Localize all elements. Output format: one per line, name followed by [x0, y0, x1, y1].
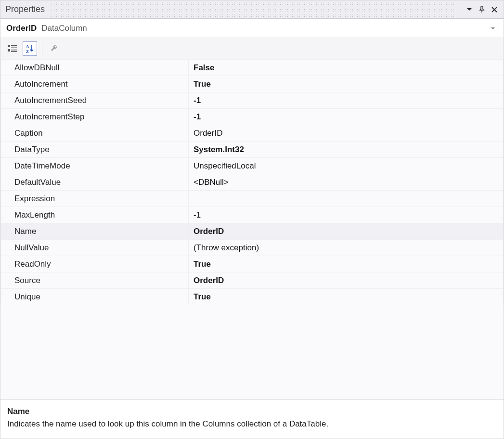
property-row[interactable]: NameOrderID: [1, 223, 504, 240]
panel-title: Properties: [5, 4, 45, 14]
property-row[interactable]: AllowDBNullFalse: [1, 60, 504, 76]
object-type: DataColumn: [41, 24, 87, 33]
properties-toolbar: A Z: [0, 38, 504, 59]
property-name: NullValue: [1, 240, 189, 256]
property-name: AutoIncrement: [1, 76, 189, 92]
property-value[interactable]: <DBNull>: [189, 174, 504, 191]
alphabetical-icon: A Z: [25, 44, 35, 53]
property-row[interactable]: DefaultValue<DBNull>: [1, 174, 504, 191]
property-row[interactable]: AutoIncrementTrue: [1, 76, 504, 92]
object-dropdown-button[interactable]: [488, 24, 498, 33]
property-name: DateTimeMode: [1, 158, 189, 174]
property-row[interactable]: DateTimeModeUnspecifiedLocal: [1, 158, 504, 174]
property-name: DataType: [1, 142, 189, 158]
property-value[interactable]: UnspecifiedLocal: [189, 158, 504, 174]
property-value[interactable]: False: [189, 60, 504, 76]
property-pages-button[interactable]: [47, 41, 62, 56]
property-value[interactable]: (Throw exception): [189, 240, 504, 256]
svg-rect-2: [11, 47, 17, 48]
property-value[interactable]: [189, 191, 504, 207]
alphabetical-button[interactable]: A Z: [23, 41, 37, 56]
property-row[interactable]: UniqueTrue: [1, 289, 504, 305]
property-name: AutoIncrementStep: [1, 109, 189, 125]
property-value[interactable]: OrderID: [189, 272, 504, 289]
property-row[interactable]: AutoIncrementSeed-1: [1, 92, 504, 109]
property-name: MaxLength: [1, 207, 189, 223]
categorized-icon: [8, 44, 17, 53]
svg-rect-3: [8, 49, 10, 52]
property-row[interactable]: Expression: [1, 191, 504, 207]
svg-rect-5: [11, 51, 17, 52]
property-name: AutoIncrementSeed: [1, 92, 189, 109]
panel-titlebar: Properties: [0, 0, 504, 19]
pin-icon: [478, 6, 485, 13]
property-value[interactable]: -1: [189, 109, 504, 125]
close-icon: [491, 6, 498, 13]
description-panel: Name Indicates the name used to look up …: [0, 400, 504, 439]
wrench-icon: [50, 44, 59, 53]
chevron-down-icon: [491, 26, 495, 31]
property-row[interactable]: ReadOnlyTrue: [1, 256, 504, 272]
property-name: Name: [1, 223, 189, 240]
svg-text:Z: Z: [26, 49, 29, 53]
description-name: Name: [7, 407, 497, 416]
property-value[interactable]: True: [189, 256, 504, 272]
object-header: OrderID DataColumn: [0, 19, 504, 38]
property-value[interactable]: True: [189, 289, 504, 305]
svg-text:A: A: [26, 44, 29, 49]
property-row[interactable]: AutoIncrementStep-1: [1, 109, 504, 125]
property-name: Unique: [1, 289, 189, 305]
object-name: OrderID: [6, 24, 37, 33]
property-name: ReadOnly: [1, 256, 189, 272]
property-name: DefaultValue: [1, 174, 189, 191]
property-grid[interactable]: AllowDBNullFalseAutoIncrementTrueAutoInc…: [0, 59, 504, 400]
property-row[interactable]: SourceOrderID: [1, 272, 504, 289]
pin-button[interactable]: [476, 3, 488, 16]
property-name: Caption: [1, 125, 189, 142]
property-row[interactable]: DataTypeSystem.Int32: [1, 142, 504, 158]
chevron-down-icon: [466, 7, 472, 13]
property-name: Source: [1, 272, 189, 289]
property-name: AllowDBNull: [1, 60, 189, 76]
property-value[interactable]: True: [189, 76, 504, 92]
window-options-button[interactable]: [463, 3, 476, 16]
description-text: Indicates the name used to look up this …: [7, 419, 497, 429]
titlebar-grip[interactable]: [51, 0, 456, 18]
property-row[interactable]: MaxLength-1: [1, 207, 504, 223]
close-button[interactable]: [488, 3, 501, 16]
property-row[interactable]: NullValue(Throw exception): [1, 240, 504, 256]
categorized-button[interactable]: [5, 41, 20, 56]
property-value[interactable]: OrderID: [189, 223, 504, 240]
property-value[interactable]: System.Int32: [189, 142, 504, 158]
svg-rect-4: [11, 50, 17, 51]
property-row[interactable]: CaptionOrderID: [1, 125, 504, 142]
property-value[interactable]: -1: [189, 207, 504, 223]
property-name: Expression: [1, 191, 189, 207]
svg-rect-0: [8, 45, 10, 47]
toolbar-divider: [42, 43, 42, 54]
property-value[interactable]: -1: [189, 92, 504, 109]
svg-rect-1: [11, 45, 17, 46]
property-value[interactable]: OrderID: [189, 125, 504, 142]
